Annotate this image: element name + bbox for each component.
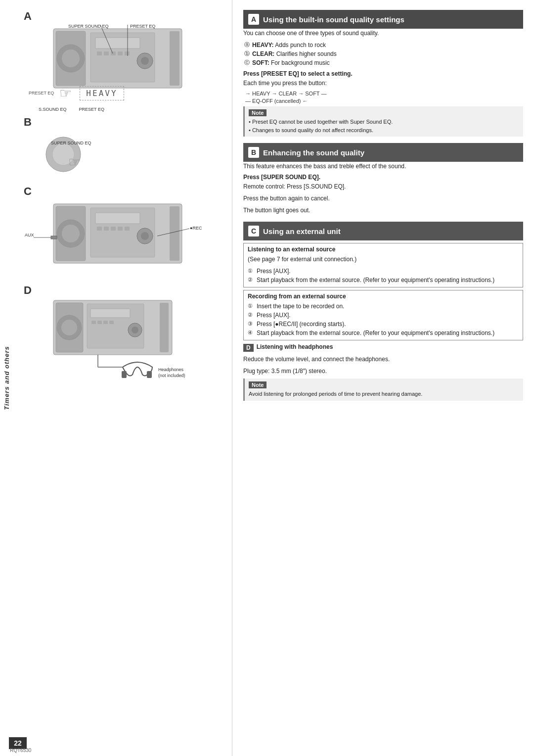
section-a-label: A	[24, 10, 32, 23]
svg-point-35	[141, 232, 149, 240]
section-c-title: Using an external unit	[263, 227, 341, 236]
svg-text:AUX: AUX	[25, 233, 34, 237]
arrow-sequence: → HEAVY → CLEAR → SOFT —	[245, 91, 523, 96]
diagram-d: Headphones (not included)	[24, 298, 202, 387]
option-c-label: SOFT:	[252, 59, 269, 66]
section-a-note: Note • Preset EQ cannot be used together…	[243, 106, 523, 137]
section-b-title: Enhancing the sound quality	[263, 148, 364, 157]
note-title-a: Note	[249, 109, 267, 116]
section-d-note: Note Avoid listening for prolonged perio…	[243, 378, 523, 401]
svg-point-12	[141, 57, 149, 65]
s-sound-eq-label: S.SOUND EQ	[39, 107, 67, 112]
left-panel: Timers and others A	[0, 0, 232, 756]
arrow-back: — EQ-OFF (cancelled) ←	[245, 98, 523, 104]
section-a: A Using the built-in sound quality setti…	[243, 10, 523, 139]
press-sub: Each time you press the button:	[243, 79, 523, 88]
svg-rect-10	[125, 51, 130, 55]
svg-rect-33	[125, 227, 130, 231]
section-c-header: C Using an external unit	[243, 222, 523, 240]
diagram-b-svg: SUPER SOUND EQ ☞	[24, 130, 192, 177]
svg-point-26	[62, 225, 80, 242]
note-d-text: Avoid listening for prolonged periods of…	[249, 390, 519, 398]
svg-point-3	[62, 49, 80, 67]
option-b-desc: Clarifies higher sounds	[276, 50, 337, 57]
right-panel: A Using the built-in sound quality setti…	[232, 0, 534, 756]
svg-text:SUPER SOUND EQ: SUPER SOUND EQ	[51, 141, 91, 145]
listening-step-1: Press [AUX].	[248, 267, 519, 276]
svg-rect-57	[122, 371, 127, 378]
press-preset-eq-heading: Press [PRESET EQ] to select a setting.	[243, 70, 523, 77]
svg-rect-5	[95, 38, 140, 48]
svg-rect-50	[103, 321, 108, 324]
svg-text:(not included): (not included)	[158, 373, 185, 378]
svg-rect-32	[118, 227, 123, 231]
svg-text:☞: ☞	[59, 86, 72, 101]
svg-rect-58	[147, 371, 152, 378]
note-a-1: • Preset EQ cannot be used together with…	[249, 118, 519, 126]
section-b-intro: This feature enhances the bass and trebl…	[243, 162, 523, 171]
recording-external-box: Recording from an external source Insert…	[243, 290, 523, 340]
svg-rect-29	[97, 227, 102, 231]
hand-icon: ☞	[57, 83, 77, 103]
option-a: HEAVY: Adds punch to rock	[243, 41, 523, 49]
note-a-2: • Changes to sound quality do not affect…	[249, 126, 519, 135]
svg-text:PRESET EQ: PRESET EQ	[130, 24, 155, 29]
svg-rect-49	[97, 321, 102, 324]
option-a-label: HEAVY:	[252, 42, 274, 48]
diagram-d-svg: Headphones (not included)	[24, 298, 202, 384]
section-b: B Enhancing the sound quality This featu…	[243, 143, 523, 218]
section-a-title: Using the built-in sound quality setting…	[263, 15, 404, 24]
headphones-intro-1: Reduce the volume level, and connect the…	[243, 355, 523, 364]
headphones-intro-2: Plug type: 3.5 mm (1/8″) stereo.	[243, 367, 523, 376]
svg-rect-54	[160, 303, 169, 352]
section-c-badge: C	[248, 226, 259, 236]
note-title-d: Note	[249, 381, 267, 388]
svg-rect-37	[51, 236, 57, 239]
listening-headphones-row: D Listening with headphones	[243, 343, 523, 352]
option-b-label: CLEAR:	[252, 50, 274, 57]
catalog-number: RQT6530	[10, 748, 31, 753]
recording-external-title: Recording from an external source	[248, 293, 519, 300]
listening-headphones-title: Listening with headphones	[257, 343, 333, 350]
svg-rect-31	[111, 227, 116, 231]
section-b-badge: B	[248, 147, 259, 158]
section-c: C Using an external unit Listening to an…	[243, 222, 523, 403]
diagram-c-svg: AUX ●REC/II	[24, 199, 202, 276]
svg-rect-47	[90, 309, 130, 318]
svg-rect-8	[111, 51, 116, 55]
svg-text:Headphones: Headphones	[158, 367, 184, 372]
svg-rect-30	[104, 227, 109, 231]
svg-rect-48	[91, 321, 96, 324]
svg-rect-36	[170, 206, 179, 261]
listening-external-title: Listening to an external source	[248, 246, 519, 253]
diagram-c: AUX ●REC/II	[24, 199, 202, 278]
listening-step-2: Start playback from the external source.…	[248, 276, 519, 284]
svg-rect-13	[170, 31, 179, 86]
cancel-text-2: The button light goes out.	[243, 206, 523, 215]
section-d-label: D	[24, 284, 32, 297]
option-c: SOFT: For background music	[243, 58, 523, 67]
recording-step-1: Insert the tape to be recorded on.	[248, 302, 519, 311]
section-d-badge: D	[243, 344, 254, 352]
svg-point-53	[132, 327, 138, 333]
svg-rect-7	[104, 51, 109, 55]
svg-rect-9	[118, 51, 123, 55]
cancel-text-1: Press the button again to cancel.	[243, 194, 523, 203]
option-b: CLEAR: Clarifies higher sounds	[243, 49, 523, 58]
section-a-badge: A	[248, 14, 259, 25]
section-a-header: A Using the built-in sound quality setti…	[243, 10, 523, 29]
recording-step-4: Start playback from the external source.…	[248, 329, 519, 337]
svg-rect-51	[109, 321, 114, 324]
recording-step-3: Press [●REC/II] (recording starts).	[248, 320, 519, 329]
remote-control-text: Remote control: Press [S.SOUND EQ].	[243, 182, 523, 191]
recording-step-2: Press [AUX].	[248, 311, 519, 320]
svg-text:☞: ☞	[68, 154, 81, 170]
listening-external-note: (See page 7 for external unit connection…	[248, 255, 519, 264]
svg-text:●REC/II: ●REC/II	[190, 226, 202, 231]
section-a-intro: You can choose one of three types of sou…	[243, 29, 523, 38]
section-b-label: B	[24, 116, 32, 129]
side-label: Timers and others	[3, 346, 10, 410]
preset-eq-bot-label: PRESET EQ	[79, 107, 104, 112]
svg-rect-6	[97, 51, 102, 55]
listening-external-box: Listening to an external source (See pag…	[243, 243, 523, 287]
